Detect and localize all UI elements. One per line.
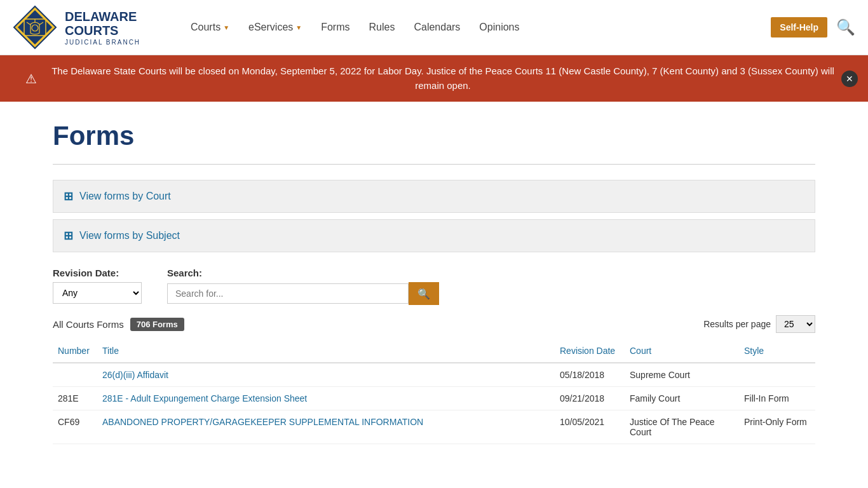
cell-court: Supreme Court — [625, 363, 739, 387]
cell-revision-date: 09/21/2018 — [555, 387, 625, 410]
results-per-page-label: Results per page — [703, 319, 771, 329]
cell-style: Print-Only Form — [739, 410, 815, 444]
nav-calendars[interactable]: Calendars — [414, 22, 460, 33]
filter-row: Revision Date: Any 2022 2021 2020 2019 2… — [53, 268, 815, 305]
logo-text: DELAWARE COURTS JUDICIAL BRANCH — [65, 10, 140, 46]
cell-court: Justice Of The Peace Court — [625, 410, 739, 444]
cell-title: 26(d)(iii) Affidavit — [97, 363, 555, 387]
alert-message: The Delaware State Courts will be closed… — [43, 64, 843, 93]
col-header-court[interactable]: Court — [625, 339, 739, 363]
cell-number: CF69 — [53, 410, 97, 444]
cell-court: Family Court — [625, 387, 739, 410]
logo-area: ⚏ DELAWARE COURTS JUDICIAL BRANCH — [13, 5, 184, 50]
brand-name: DELAWARE COURTS — [65, 10, 140, 37]
search-input[interactable] — [167, 283, 409, 304]
forms-count-badge: 706 Forms — [130, 318, 184, 331]
table-header-row-cols: Number Title Revision Date Court Style — [53, 339, 815, 363]
table-header-right: Results per page 10 25 50 100 — [703, 315, 815, 333]
table-row: 26(d)(iii) Affidavit 05/18/2018 Supreme … — [53, 363, 815, 387]
col-header-number[interactable]: Number — [53, 339, 97, 363]
all-courts-label: All Courts Forms — [53, 319, 124, 330]
brand-subtitle: JUDICIAL BRANCH — [65, 39, 140, 46]
col-header-style[interactable]: Style — [739, 339, 815, 363]
cell-style: Fill-In Form — [739, 387, 815, 410]
eservices-chevron-icon: ▼ — [295, 24, 302, 31]
nav-courts[interactable]: Courts ▼ — [191, 22, 229, 33]
alert-triangle-icon: ⚠ — [25, 69, 37, 88]
accordion-by-court[interactable]: ⊞ View forms by Court — [53, 180, 815, 213]
expand-subject-icon: ⊞ — [64, 229, 73, 243]
header-search-icon[interactable]: 🔍 — [836, 18, 855, 36]
form-title-link[interactable]: 281E - Adult Expungement Charge Extensio… — [102, 393, 307, 403]
search-input-wrap: 🔍 — [167, 282, 439, 305]
results-per-page-select[interactable]: 10 25 50 100 — [776, 315, 815, 333]
alert-banner: ⚠ The Delaware State Courts will be clos… — [0, 55, 868, 102]
cell-revision-date: 10/05/2021 — [555, 410, 625, 444]
form-title-link[interactable]: 26(d)(iii) Affidavit — [102, 370, 168, 380]
table-row: CF69 ABANDONED PROPERTY/GARAGEKEEPER SUP… — [53, 410, 815, 444]
cell-style — [739, 363, 815, 387]
accordion-subject-label: View forms by Subject — [79, 230, 180, 241]
nav-eservices[interactable]: eServices ▼ — [248, 22, 302, 33]
expand-court-icon: ⊞ — [64, 189, 73, 203]
table-row: 281E 281E - Adult Expungement Charge Ext… — [53, 387, 815, 410]
header-right: Self-Help 🔍 — [771, 17, 855, 37]
table-header-row: All Courts Forms 706 Forms Results per p… — [53, 315, 815, 333]
search-filter: Search: 🔍 — [167, 268, 439, 305]
forms-table: Number Title Revision Date Court Style 2… — [53, 339, 815, 444]
nav-opinions[interactable]: Opinions — [479, 22, 519, 33]
main-nav: Courts ▼ eServices ▼ Forms Rules Calenda… — [184, 22, 771, 33]
search-button[interactable]: 🔍 — [409, 282, 439, 305]
title-divider — [53, 164, 815, 165]
table-header-left: All Courts Forms 706 Forms — [53, 318, 184, 331]
self-help-button[interactable]: Self-Help — [771, 17, 827, 37]
courts-chevron-icon: ▼ — [223, 24, 229, 31]
revision-date-filter: Revision Date: Any 2022 2021 2020 2019 2… — [53, 268, 142, 304]
alert-close-button[interactable]: ✕ — [841, 71, 858, 87]
cell-revision-date: 05/18/2018 — [555, 363, 625, 387]
cell-title: ABANDONED PROPERTY/GARAGEKEEPER SUPPLEME… — [97, 410, 555, 444]
accordion-by-subject[interactable]: ⊞ View forms by Subject — [53, 219, 815, 252]
revision-date-label: Revision Date: — [53, 268, 142, 278]
site-header: ⚏ DELAWARE COURTS JUDICIAL BRANCH Courts… — [0, 0, 868, 55]
cell-number — [53, 363, 97, 387]
cell-title: 281E - Adult Expungement Charge Extensio… — [97, 387, 555, 410]
cell-number: 281E — [53, 387, 97, 410]
col-header-revision-date[interactable]: Revision Date — [555, 339, 625, 363]
logo-diamond-icon: ⚏ — [13, 5, 57, 50]
col-header-title[interactable]: Title — [97, 339, 555, 363]
accordion-court-label: View forms by Court — [79, 191, 171, 202]
main-content: Forms ⊞ View forms by Court ⊞ View forms… — [40, 102, 828, 463]
search-label: Search: — [167, 268, 439, 278]
nav-rules[interactable]: Rules — [369, 22, 395, 33]
revision-date-select[interactable]: Any 2022 2021 2020 2019 2018 — [53, 282, 142, 304]
form-title-link[interactable]: ABANDONED PROPERTY/GARAGEKEEPER SUPPLEME… — [102, 417, 423, 427]
nav-forms[interactable]: Forms — [321, 22, 349, 33]
page-title: Forms — [53, 121, 815, 151]
